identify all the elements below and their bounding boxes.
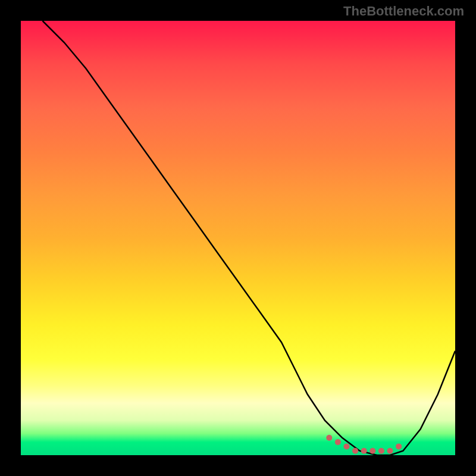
trough-dot bbox=[396, 443, 402, 449]
trough-dot bbox=[335, 439, 341, 445]
trough-dot bbox=[344, 443, 350, 449]
trough-dot bbox=[369, 448, 375, 454]
trough-dot bbox=[361, 448, 367, 454]
trough-dot bbox=[387, 448, 393, 454]
chart-svg bbox=[21, 21, 455, 455]
chart-plot-area bbox=[21, 21, 455, 455]
trough-dot bbox=[352, 448, 358, 454]
watermark-text: TheBottleneck.com bbox=[343, 4, 464, 19]
bottleneck-curve-line bbox=[43, 21, 456, 455]
trough-dots bbox=[326, 435, 402, 454]
trough-dot bbox=[378, 448, 384, 454]
trough-dot bbox=[326, 435, 332, 441]
